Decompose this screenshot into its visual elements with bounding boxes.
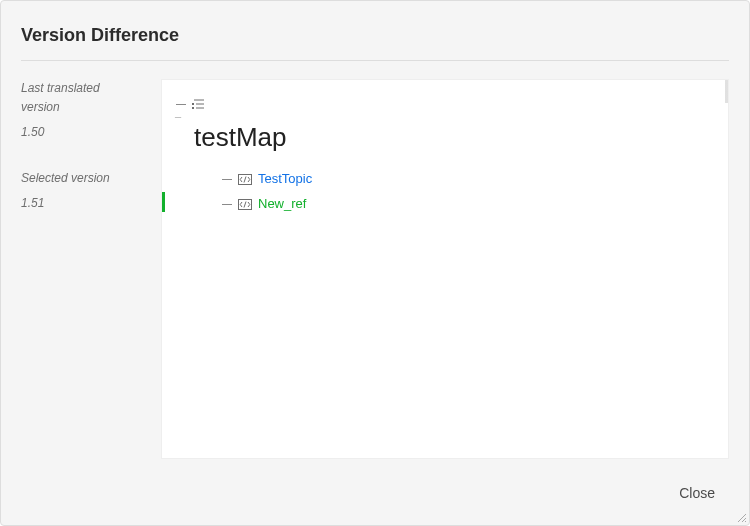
tree-root-row[interactable]: — — [176, 96, 714, 112]
map-title: testMap — [194, 122, 714, 153]
version-sidebar: Last translated version 1.50 Selected ve… — [21, 79, 141, 459]
map-tree: — ¯ testMap — — [162, 80, 728, 235]
scrollbar-vertical[interactable] — [725, 80, 728, 458]
last-translated-value: 1.50 — [21, 123, 141, 142]
topic-link-added[interactable]: New_ref — [258, 194, 306, 215]
svg-line-9 — [738, 514, 746, 522]
list-icon — [192, 98, 206, 110]
selected-version-block: Selected version 1.51 — [21, 169, 141, 213]
last-translated-label: Last translated version — [21, 79, 141, 117]
svg-line-6 — [244, 176, 246, 182]
diff-added-marker — [162, 192, 165, 212]
last-translated-block: Last translated version 1.50 — [21, 79, 141, 143]
code-box-icon — [238, 199, 252, 210]
close-button[interactable]: Close — [669, 479, 725, 507]
selected-version-label: Selected version — [21, 169, 141, 188]
collapse-toggle-icon[interactable]: — — [222, 196, 232, 212]
code-box-icon — [238, 174, 252, 185]
selected-version-value: 1.51 — [21, 194, 141, 213]
dialog-title: Version Difference — [21, 25, 729, 46]
svg-line-11 — [745, 521, 746, 522]
dialog-footer: Close — [1, 469, 749, 525]
version-difference-dialog: Version Difference Last translated versi… — [0, 0, 750, 526]
tree-item[interactable]: — TestTopic — [222, 169, 714, 190]
title-prefix-mark: ¯ — [175, 116, 181, 128]
collapse-toggle-icon[interactable]: — — [222, 171, 232, 187]
dialog-header: Version Difference — [1, 1, 749, 60]
svg-line-8 — [244, 201, 246, 207]
topic-link[interactable]: TestTopic — [258, 169, 312, 190]
svg-rect-4 — [192, 107, 194, 109]
tree-item[interactable]: — New_ref — [222, 194, 714, 215]
resize-handle-icon[interactable] — [735, 511, 747, 523]
dialog-body: Last translated version 1.50 Selected ve… — [1, 61, 749, 469]
diff-content-panel: — ¯ testMap — — [161, 79, 729, 459]
svg-rect-3 — [192, 103, 194, 105]
collapse-toggle-icon[interactable]: — — [176, 96, 186, 112]
tree-children: — TestTopic — — [222, 169, 714, 215]
